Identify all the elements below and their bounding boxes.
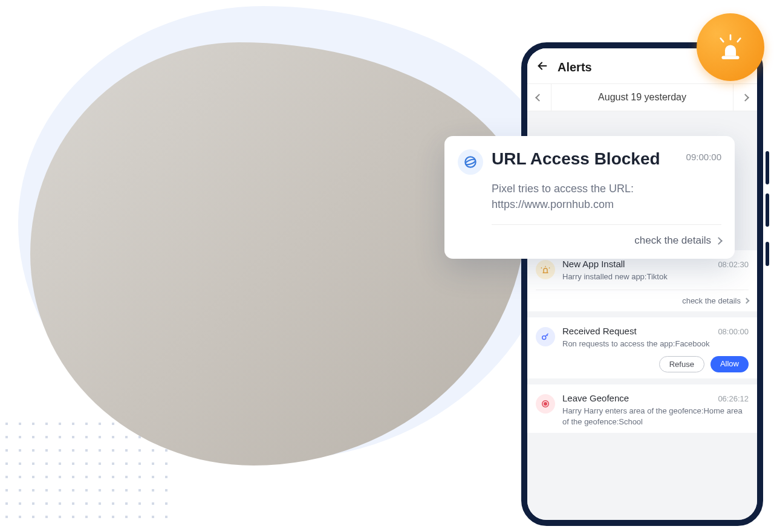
popout-title: URL Access Blocked: [492, 149, 660, 169]
bell-icon: [536, 260, 555, 279]
key-icon: [536, 327, 555, 346]
allow-button[interactable]: Allow: [711, 356, 749, 372]
check-details-link[interactable]: check the details: [536, 290, 749, 305]
alert-title: Leave Geofence: [562, 393, 629, 403]
chevron-right-icon: [744, 297, 750, 303]
date-next-button[interactable]: [733, 84, 757, 111]
check-details-link[interactable]: check the details: [458, 225, 721, 247]
phone-side-button: [766, 193, 769, 227]
date-prev-button[interactable]: [527, 84, 551, 111]
alert-item-geofence[interactable]: Leave Geofence 06:26:12 Harry Harry ente…: [527, 384, 757, 433]
alert-popout-card[interactable]: URL Access Blocked 09:00:00 Pixel tries …: [444, 136, 735, 259]
location-icon: [536, 394, 555, 414]
chevron-right-icon: [715, 237, 723, 245]
back-arrow-icon[interactable]: [536, 59, 549, 75]
svg-line-7: [721, 39, 724, 42]
alert-time: 06:26:12: [718, 394, 749, 403]
alert-title: New App Install: [562, 259, 625, 269]
alert-item-request[interactable]: Received Request 08:00:00 Ron requests t…: [527, 317, 757, 379]
popout-time: 09:00:00: [686, 152, 721, 162]
phone-screen: Alerts August 19 yesterday New App Insta…: [527, 48, 757, 520]
alert-title: Received Request: [562, 326, 637, 336]
svg-line-8: [738, 39, 741, 42]
popout-desc: Pixel tries to access the URL: https://w…: [492, 181, 721, 212]
alert-desc: Harry Harry enters area of the geofence:…: [562, 406, 749, 427]
svg-point-1: [544, 403, 547, 406]
phone-frame: Alerts August 19 yesterday New App Insta…: [521, 42, 763, 526]
alert-desc: Harry installed new app:Tiktok: [562, 271, 749, 282]
phone-side-button: [766, 151, 769, 184]
refuse-button[interactable]: Refuse: [659, 356, 704, 372]
alert-desc: Ron requests to access the app:Facebook: [562, 339, 749, 349]
svg-point-0: [542, 336, 546, 339]
alert-item-new-app[interactable]: New App Install 08:02:30 Harry installed…: [527, 250, 757, 311]
phone-side-button: [766, 242, 769, 266]
page-title: Alerts: [558, 60, 592, 74]
globe-icon: [458, 149, 483, 175]
svg-rect-5: [722, 56, 740, 59]
date-picker: August 19 yesterday: [527, 83, 757, 111]
alert-time: 08:02:30: [718, 260, 749, 269]
alert-time: 08:00:00: [718, 327, 749, 336]
alarm-badge-icon: [697, 13, 764, 81]
date-label: August 19 yesterday: [551, 92, 733, 103]
